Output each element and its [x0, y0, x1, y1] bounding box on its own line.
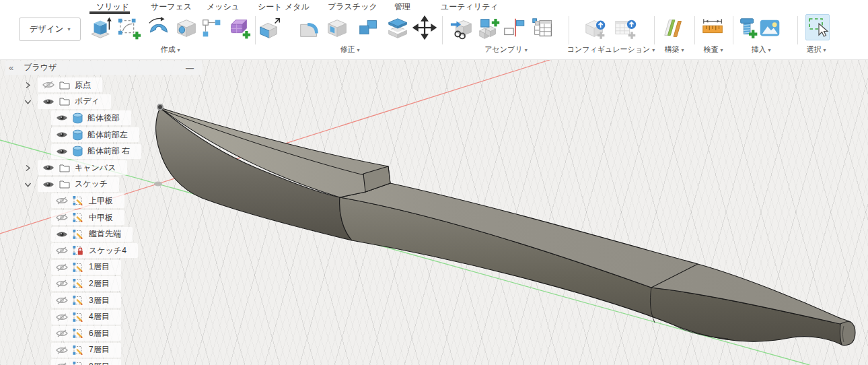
tree-item[interactable]: 原点	[24, 77, 215, 94]
visibility-on-icon[interactable]	[56, 131, 68, 139]
chevron-down-icon: ▾	[823, 47, 826, 53]
new-component-button[interactable]	[476, 15, 503, 42]
visibility-off-icon[interactable]	[56, 263, 68, 271]
parts-list-button[interactable]	[529, 15, 556, 42]
visibility-on-icon[interactable]	[56, 114, 68, 122]
tree-item[interactable]: 船体前部 右	[38, 143, 215, 160]
parts-list-table-icon	[530, 15, 555, 41]
body-icon	[73, 145, 83, 157]
tab-mesh[interactable]: メッシュ	[207, 1, 240, 13]
offset-face-button[interactable]	[385, 15, 412, 42]
visibility-off-icon[interactable]	[56, 346, 68, 354]
expand-chevron-icon[interactable]	[24, 81, 38, 89]
pattern-button[interactable]	[198, 15, 225, 42]
expand-chevron-icon[interactable]	[24, 98, 38, 105]
configuration-table-icon	[613, 15, 639, 41]
sketch-icon	[73, 262, 84, 273]
tab-plastic[interactable]: プラスチック	[328, 1, 377, 13]
insert-derive-button[interactable]	[449, 15, 476, 42]
joint-button[interactable]	[501, 15, 528, 42]
configuration-table-button[interactable]	[612, 15, 639, 42]
shell-button[interactable]	[324, 15, 351, 42]
select-cursor-icon	[806, 15, 829, 40]
visibility-on-icon[interactable]	[56, 147, 68, 156]
combine-button[interactable]	[355, 15, 382, 42]
group-label-select[interactable]: 選択▾	[789, 44, 843, 55]
tree-item[interactable]: 上甲板	[38, 193, 215, 209]
tree-item[interactable]: 4層目	[38, 308, 215, 325]
combine-icon	[356, 15, 382, 41]
tab-sheet-metal[interactable]: シート メタル	[258, 1, 310, 13]
ship-hull-model[interactable]	[156, 104, 855, 345]
group-label-insert[interactable]: 挿入▾	[734, 44, 788, 55]
tree-item[interactable]: 中甲板	[38, 209, 215, 226]
tree-item[interactable]: 3層目	[38, 292, 215, 309]
tree-item-pill: 1層目	[51, 260, 121, 275]
measure-ruler-icon	[700, 15, 726, 41]
hole-button[interactable]	[174, 15, 201, 42]
tree-item[interactable]: 船体前部左	[38, 127, 215, 143]
press-pull-button[interactable]	[256, 15, 283, 42]
group-label-modify[interactable]: 修正▾	[323, 44, 377, 55]
fillet-button[interactable]	[296, 15, 323, 42]
expand-chevron-icon[interactable]	[24, 164, 38, 172]
measure-button[interactable]	[700, 15, 727, 42]
tree-item[interactable]: 1層目	[38, 259, 215, 276]
group-label-create[interactable]: 作成▾	[143, 44, 197, 55]
create-sketch-button[interactable]	[116, 15, 143, 42]
visibility-off-icon[interactable]	[56, 246, 68, 255]
tab-surface[interactable]: サーフェス	[151, 1, 192, 13]
tree-item[interactable]: 艦首先端	[38, 226, 215, 242]
tree-item[interactable]: 8層目	[38, 358, 215, 365]
visibility-off-icon[interactable]	[56, 329, 68, 337]
tree-item-label: スケッチ4	[89, 245, 126, 257]
tree-item-pill: 艦首先端	[51, 227, 133, 242]
visibility-off-icon[interactable]	[56, 279, 68, 288]
visibility-off-icon[interactable]	[56, 362, 68, 365]
construct-button[interactable]	[661, 15, 688, 42]
tree-item-pill: 6層目	[51, 326, 121, 341]
tree-item[interactable]: キャンバス	[24, 160, 215, 176]
visibility-off-icon[interactable]	[56, 197, 68, 205]
visibility-off-icon[interactable]	[56, 296, 68, 304]
tree-item[interactable]: ボディ	[24, 94, 215, 110]
tree-item[interactable]: スケッチ	[24, 176, 215, 193]
hull-main-deck	[340, 183, 851, 324]
visibility-on-icon[interactable]	[42, 164, 55, 172]
move-button[interactable]	[412, 15, 439, 42]
group-label-inspect[interactable]: 検査▾	[686, 44, 740, 55]
tree-item[interactable]: 船体後部	[38, 110, 215, 127]
toolbar-separator	[733, 16, 733, 44]
tree-item[interactable]: 7層目	[38, 342, 215, 359]
create-form-button[interactable]	[225, 15, 252, 42]
visibility-on-icon[interactable]	[56, 230, 68, 238]
tree-item[interactable]: 2層目	[38, 275, 215, 292]
browser-header[interactable]: « ブラウザ —	[5, 61, 202, 75]
tree-item[interactable]: 6層目	[38, 325, 215, 342]
insert-canvas-button[interactable]	[757, 15, 784, 42]
visibility-on-icon[interactable]	[42, 98, 55, 106]
fusion360-window: デザイン ▾ ソリッド サーフェス メッシュ シート メタル プラスチック 管理…	[0, 0, 868, 365]
collapse-panel-icon[interactable]: «	[9, 63, 13, 72]
extrude-button[interactable]	[87, 15, 114, 42]
tree-item-label: ボディ	[75, 96, 100, 107]
tab-utilities[interactable]: ユーティリティ	[441, 1, 499, 13]
visibility-off-icon[interactable]	[56, 313, 68, 321]
minimize-panel-icon[interactable]: —	[186, 64, 194, 72]
configure-design-button[interactable]	[583, 15, 610, 42]
revolve-button[interactable]	[145, 15, 172, 42]
folder-icon	[59, 81, 70, 90]
visibility-on-icon[interactable]	[42, 180, 55, 189]
group-label-assemble[interactable]: アセンブリ▾	[466, 44, 546, 55]
select-tool-button[interactable]	[805, 14, 830, 40]
tab-manage[interactable]: 管理	[394, 1, 410, 13]
configuration-cube-icon	[583, 15, 609, 41]
shell-icon	[325, 15, 351, 41]
expand-chevron-icon[interactable]	[24, 181, 38, 188]
workspace-selector[interactable]: デザイン ▾	[19, 18, 81, 41]
tree-item[interactable]: スケッチ4	[38, 242, 215, 259]
tree-item-pill: 船体後部	[51, 110, 131, 125]
visibility-off-icon[interactable]	[42, 81, 55, 89]
body-icon	[73, 112, 83, 124]
visibility-off-icon[interactable]	[56, 213, 68, 222]
